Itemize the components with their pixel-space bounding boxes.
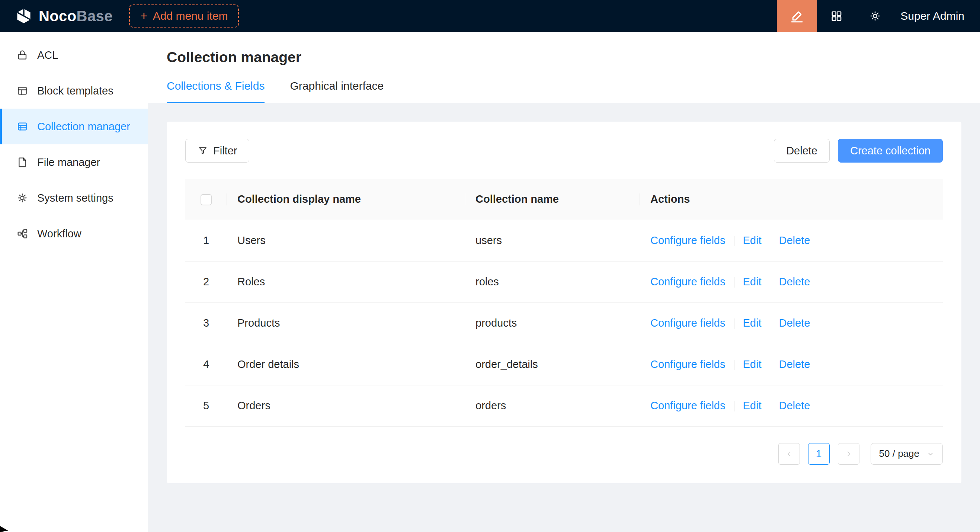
sidebar-item-acl[interactable]: ACL: [0, 37, 148, 73]
row-index: 2: [203, 276, 209, 287]
sidebar-item-label: Workflow: [37, 228, 81, 240]
cell-collection-name: users: [465, 220, 640, 261]
sidebar-item-system-settings[interactable]: System settings: [0, 180, 148, 216]
partition-icon: [16, 228, 28, 240]
main-area: Collection manager Collections & Fields …: [148, 32, 980, 532]
collections-table: Collection display name Collection name …: [185, 179, 943, 427]
sidebar-item-file-manager[interactable]: File manager: [0, 145, 148, 180]
edit-link[interactable]: Edit: [743, 400, 762, 411]
action-divider: [770, 236, 770, 246]
edit-link[interactable]: Edit: [743, 276, 762, 287]
cell-collection-display-name: Users: [227, 220, 465, 261]
brand-logo[interactable]: NocoBase: [15, 7, 113, 25]
select-all-checkbox[interactable]: [200, 194, 212, 205]
gear-icon: [869, 10, 881, 22]
row-index: 4: [203, 358, 209, 370]
chevron-down-icon: [927, 450, 934, 457]
delete-link[interactable]: Delete: [779, 317, 810, 329]
cell-collection-name: roles: [465, 261, 640, 302]
cell-collection-name: products: [465, 302, 640, 344]
edit-link[interactable]: Edit: [743, 358, 762, 370]
table-header-row: Collection display name Collection name …: [185, 179, 943, 220]
edit-link[interactable]: Edit: [743, 234, 762, 246]
table-row: 2 Roles roles Configure fieldsEditDelete: [185, 261, 943, 302]
tab-graphical-interface[interactable]: Graphical interface: [290, 79, 383, 103]
cell-actions: Configure fieldsEditDelete: [640, 344, 943, 385]
user-menu[interactable]: Super Admin: [900, 10, 964, 22]
nocobase-cube-icon: [15, 7, 33, 25]
settings-sidebar: ACL Block templates Collection manager F…: [0, 32, 148, 532]
sidebar-item-block-templates[interactable]: Block templates: [0, 73, 148, 109]
sidebar-item-label: ACL: [37, 49, 58, 61]
configure-fields-link[interactable]: Configure fields: [651, 234, 725, 246]
delete-link[interactable]: Delete: [779, 234, 810, 246]
cell-actions: Configure fieldsEditDelete: [640, 385, 943, 426]
table-row: 1 Users users Configure fieldsEditDelete: [185, 220, 943, 261]
add-menu-item-button[interactable]: + Add menu item: [129, 5, 239, 27]
chevron-left-icon: [785, 450, 793, 458]
action-divider: [734, 277, 735, 287]
cell-collection-display-name: Order details: [227, 344, 465, 385]
delete-link[interactable]: Delete: [779, 400, 810, 411]
collections-card: Filter Delete Create collection: [167, 122, 961, 483]
configure-fields-link[interactable]: Configure fields: [651, 317, 725, 329]
settings-button[interactable]: [856, 0, 894, 32]
row-index: 1: [203, 234, 209, 246]
collections-table-wrap: Collection display name Collection name …: [185, 179, 943, 427]
cell-collection-display-name: Roles: [227, 261, 465, 302]
plugins-button[interactable]: [817, 0, 856, 32]
cell-collection-name: order_details: [465, 344, 640, 385]
filter-label: Filter: [213, 145, 237, 157]
action-divider: [770, 318, 770, 329]
delete-link[interactable]: Delete: [779, 358, 810, 370]
pagination-page-1-button[interactable]: 1: [808, 443, 830, 465]
tab-bar: Collections & Fields Graphical interface: [167, 79, 961, 103]
sidebar-item-label: Block templates: [37, 85, 113, 97]
edit-link[interactable]: Edit: [743, 317, 762, 329]
pagination: 1 50 / page: [185, 443, 943, 465]
create-collection-button[interactable]: Create collection: [838, 139, 943, 163]
sidebar-item-collection-manager[interactable]: Collection manager: [0, 109, 148, 145]
topbar: NocoBase + Add menu item Super Admin: [0, 0, 980, 32]
content-area: Filter Delete Create collection: [148, 103, 980, 532]
chevron-right-icon: [845, 450, 853, 458]
cell-actions: Configure fieldsEditDelete: [640, 261, 943, 302]
sidebar-item-label: File manager: [37, 156, 100, 168]
file-icon: [16, 156, 28, 168]
configure-fields-link[interactable]: Configure fields: [651, 276, 725, 287]
highlighter-icon: [789, 9, 804, 24]
cell-actions: Configure fieldsEditDelete: [640, 302, 943, 344]
layout-icon: [16, 85, 28, 97]
bulk-delete-button[interactable]: Delete: [774, 139, 830, 163]
cell-collection-name: orders: [465, 385, 640, 426]
cell-collection-display-name: Products: [227, 302, 465, 344]
action-divider: [734, 236, 735, 246]
cell-collection-display-name: Orders: [227, 385, 465, 426]
gear-icon: [16, 192, 28, 204]
filter-button[interactable]: Filter: [185, 139, 249, 163]
configure-fields-link[interactable]: Configure fields: [651, 358, 725, 370]
lock-icon: [16, 49, 28, 61]
tab-collections-and-fields[interactable]: Collections & Fields: [167, 79, 264, 103]
configure-fields-link[interactable]: Configure fields: [651, 400, 725, 411]
table-row: 5 Orders orders Configure fieldsEditDele…: [185, 385, 943, 426]
table-icon: [16, 121, 28, 132]
row-index: 5: [203, 400, 209, 411]
delete-link[interactable]: Delete: [779, 276, 810, 287]
page-size-value: 50 / page: [879, 448, 920, 459]
table-toolbar: Filter Delete Create collection: [185, 139, 943, 163]
pagination-prev-button[interactable]: [778, 443, 800, 465]
ui-editor-button[interactable]: [777, 0, 817, 32]
sidebar-item-workflow[interactable]: Workflow: [0, 216, 148, 251]
column-header-collection-display-name: Collection display name: [227, 179, 465, 220]
row-index: 3: [203, 317, 209, 329]
action-divider: [734, 318, 735, 329]
sidebar-item-label: Collection manager: [37, 121, 130, 133]
pagination-next-button[interactable]: [838, 443, 859, 465]
funnel-icon: [197, 146, 208, 156]
action-divider: [734, 360, 735, 370]
plus-icon: +: [140, 9, 148, 22]
table-row: 4 Order details order_details Configure …: [185, 344, 943, 385]
page-size-select[interactable]: 50 / page: [870, 443, 943, 465]
action-divider: [770, 401, 770, 411]
